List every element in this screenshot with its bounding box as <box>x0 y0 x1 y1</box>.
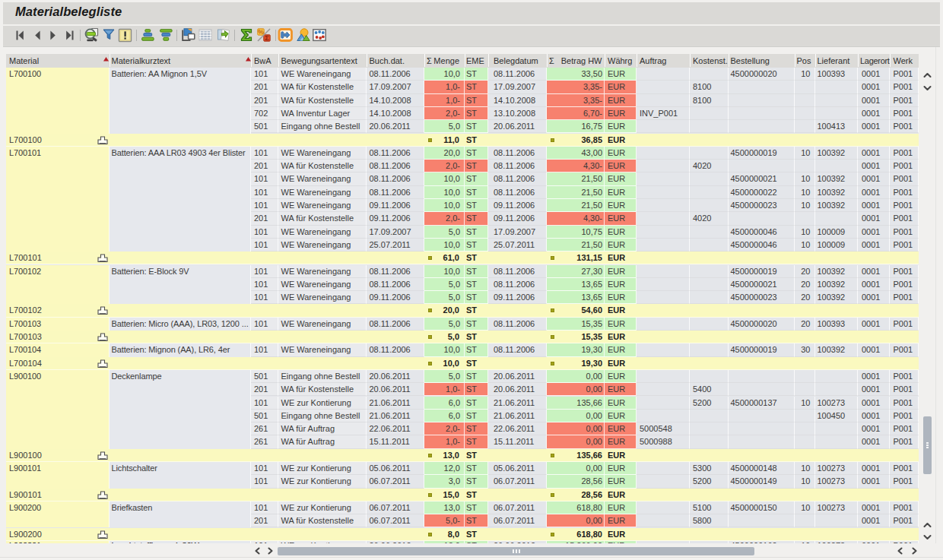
svg-text:Σ: Σ <box>265 34 269 42</box>
svg-text:%: % <box>258 28 264 36</box>
